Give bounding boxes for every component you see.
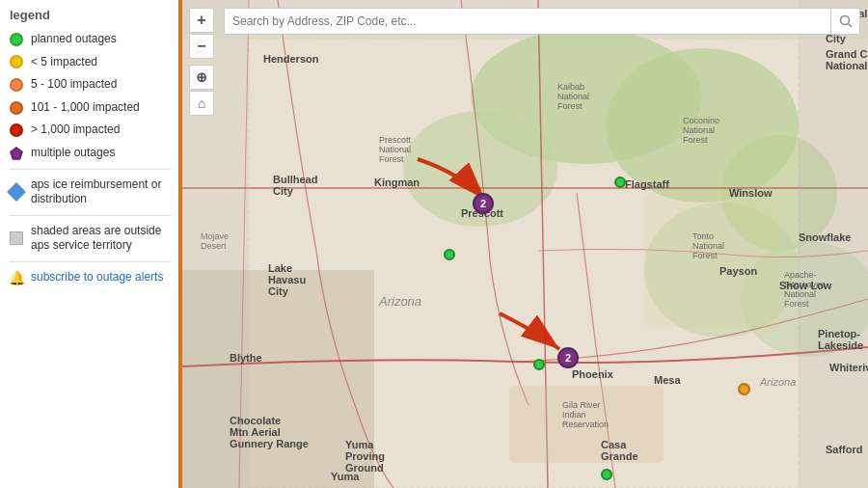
- planned-outages-label: planned outages: [31, 32, 171, 47]
- aps-ice-label: aps ice reimbursement or distribution: [31, 177, 171, 207]
- subscribe-label[interactable]: subscribe to outage alerts: [31, 270, 171, 285]
- svg-rect-16: [509, 386, 664, 463]
- 101-1000-label: 101 - 1,000 impacted: [31, 100, 171, 116]
- svg-rect-12: [799, 0, 868, 488]
- search-icon: [839, 14, 853, 28]
- cluster-phoenix: 2: [557, 347, 579, 368]
- green-dot-bottom: [601, 469, 612, 480]
- svg-point-20: [840, 16, 849, 25]
- home-button[interactable]: ⌂: [189, 91, 214, 116]
- map-controls: + − ⊕ ⌂: [189, 8, 214, 117]
- green-dot-flagstaff: [614, 176, 626, 188]
- subscribe-link[interactable]: subscribe to outage alerts: [31, 270, 163, 284]
- search-button[interactable]: [831, 8, 860, 35]
- legend-item-subscribe[interactable]: 🔔 subscribe to outage alerts: [10, 270, 171, 285]
- zoom-out-button[interactable]: −: [189, 34, 214, 59]
- marker-prescott-cluster[interactable]: 2: [473, 193, 494, 214]
- multiple-outages-label: multiple outages: [31, 146, 171, 161]
- search-input[interactable]: [224, 8, 831, 35]
- 5-100-icon: [10, 78, 23, 92]
- 5-100-label: 5 - 100 impacted: [31, 77, 171, 93]
- svg-line-21: [848, 24, 852, 28]
- lt5-label: < 5 impacted: [31, 55, 171, 70]
- cluster-prescott: 2: [473, 193, 494, 214]
- shaded-areas-icon: [10, 231, 23, 245]
- map-container[interactable]: PrescottNationalForest KaibabNationalFor…: [181, 0, 868, 488]
- map-search: [224, 8, 860, 35]
- map-background: [181, 0, 868, 488]
- marker-orange-east[interactable]: [738, 383, 750, 395]
- marker-flagstaff-green[interactable]: [614, 176, 626, 188]
- marker-phoenix-cluster[interactable]: 2: [557, 347, 579, 368]
- gt1000-icon: [10, 123, 23, 137]
- marker-phoenix-green[interactable]: [533, 359, 545, 370]
- 101-1000-icon: [10, 101, 23, 115]
- orange-dot-east: [738, 383, 750, 395]
- legend-item-shaded: shaded areas are outside aps service ter…: [10, 224, 171, 254]
- compass-button[interactable]: ⊕: [189, 65, 214, 90]
- legend-item-multiple: multiple outages: [10, 146, 171, 161]
- legend-item-gt1000: > 1,000 impacted: [10, 122, 171, 138]
- legend-item-lt5: < 5 impacted: [10, 55, 171, 70]
- legend-item-5-100: 5 - 100 impacted: [10, 77, 171, 93]
- zoom-in-button[interactable]: +: [189, 8, 214, 33]
- multiple-outages-icon: [10, 147, 23, 160]
- legend-divider-2: [10, 215, 171, 216]
- svg-rect-17: [644, 193, 779, 328]
- marker-bottom-green[interactable]: [601, 469, 612, 480]
- legend-item-planned-outages: planned outages: [10, 32, 171, 47]
- green-dot-phoenix: [533, 359, 545, 370]
- sidebar: legend planned outages < 5 impacted 5 - …: [0, 0, 181, 488]
- aps-ice-icon: [7, 182, 26, 202]
- legend-title: legend: [10, 8, 171, 22]
- svg-marker-0: [11, 148, 22, 159]
- legend-divider-3: [10, 261, 171, 262]
- legend-divider-1: [10, 169, 171, 170]
- lt5-icon: [10, 55, 23, 68]
- shaded-areas-label: shaded areas are outside aps service ter…: [31, 224, 171, 254]
- marker-prescott-green[interactable]: [444, 249, 455, 260]
- legend-item-101-1000: 101 - 1,000 impacted: [10, 100, 171, 116]
- sidebar-accent: [178, 0, 182, 488]
- green-dot-prescott: [444, 249, 455, 260]
- bell-icon: 🔔: [10, 271, 23, 285]
- gt1000-label: > 1,000 impacted: [31, 122, 171, 138]
- legend-item-aps-ice: aps ice reimbursement or distribution: [10, 177, 171, 207]
- planned-outages-icon: [10, 33, 23, 46]
